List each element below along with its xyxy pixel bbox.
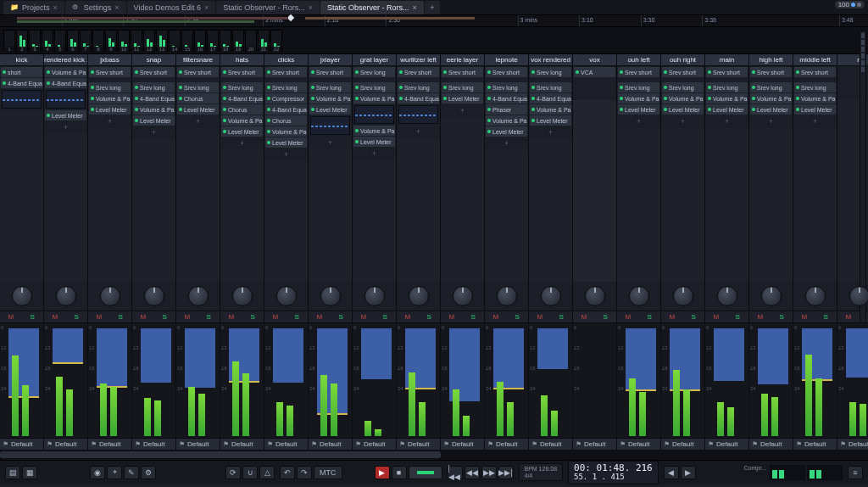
insert-slot[interactable]: 4-Band Equalise bbox=[1, 78, 42, 88]
mute-button[interactable]: M bbox=[441, 311, 463, 322]
power-icon[interactable] bbox=[443, 86, 447, 89]
power-icon[interactable] bbox=[752, 108, 755, 111]
solo-button[interactable]: S bbox=[771, 311, 793, 322]
insert-slot[interactable]: Level Meter bbox=[353, 137, 395, 147]
solo-button[interactable]: S bbox=[595, 311, 617, 322]
track-name[interactable]: ouh right bbox=[661, 54, 704, 66]
insert-slot[interactable]: Srev short bbox=[89, 67, 131, 77]
insert-slot[interactable]: Srev short bbox=[442, 67, 483, 77]
mute-button[interactable]: M bbox=[573, 311, 595, 322]
power-icon[interactable] bbox=[708, 86, 711, 89]
level-meter[interactable]: 6121824 bbox=[705, 322, 748, 438]
power-icon[interactable] bbox=[531, 119, 535, 122]
preset-selector[interactable]: ⚑Default bbox=[264, 438, 308, 450]
track-name[interactable]: wurlitzer left bbox=[397, 54, 440, 66]
add-insert-button[interactable]: + bbox=[177, 115, 219, 127]
master-meter[interactable]: 3 bbox=[29, 30, 41, 52]
power-icon[interactable] bbox=[620, 70, 623, 74]
send-slot[interactable]: Srev long bbox=[177, 82, 219, 92]
send-slot[interactable]: Srev long bbox=[794, 82, 836, 92]
insert-slot[interactable]: Level Meter bbox=[221, 126, 263, 137]
level-meter[interactable]: 6121824 bbox=[0, 322, 43, 438]
preset-selector[interactable]: ⚑Default bbox=[88, 438, 131, 450]
solo-button[interactable]: S bbox=[110, 311, 132, 322]
power-icon[interactable] bbox=[135, 86, 138, 89]
add-insert-button[interactable]: + bbox=[398, 126, 439, 137]
send-slot[interactable]: Srev long bbox=[353, 82, 395, 92]
insert-slot[interactable]: Level Meter bbox=[133, 115, 175, 126]
power-icon[interactable] bbox=[267, 130, 270, 133]
horizontal-scrollbar[interactable] bbox=[0, 450, 868, 460]
master-meter[interactable]: 7 bbox=[80, 30, 92, 52]
master-meter[interactable]: 16 bbox=[194, 30, 206, 52]
eq-curve[interactable] bbox=[354, 105, 394, 124]
master-meter[interactable]: 8 bbox=[92, 30, 104, 52]
eq-curve[interactable] bbox=[2, 90, 42, 109]
pan-knob[interactable] bbox=[309, 282, 352, 311]
solo-button[interactable]: S bbox=[198, 311, 220, 322]
power-icon[interactable] bbox=[487, 70, 491, 74]
pan-knob[interactable] bbox=[749, 282, 793, 311]
track-name[interactable]: jxbass bbox=[88, 54, 131, 66]
insert-slot[interactable]: Srev short bbox=[486, 67, 527, 77]
insert-slot[interactable]: Volume & Pan Plugin bbox=[89, 93, 131, 104]
insert-slot[interactable]: Srev short bbox=[177, 67, 219, 77]
mute-button[interactable]: M bbox=[661, 311, 683, 322]
insert-slot[interactable]: Volume & Pan Plugin bbox=[309, 93, 351, 104]
close-icon[interactable]: × bbox=[309, 3, 313, 12]
add-insert-button[interactable]: + bbox=[662, 115, 704, 127]
pan-knob[interactable] bbox=[617, 282, 660, 311]
preset-selector[interactable]: ⚑Default bbox=[749, 438, 793, 450]
send-slot[interactable]: Srev long bbox=[750, 82, 792, 92]
master-meter[interactable]: 6 bbox=[67, 30, 79, 52]
insert-slot[interactable]: Chorus bbox=[221, 104, 263, 115]
mute-button[interactable]: M bbox=[309, 311, 331, 322]
add-insert-button[interactable]: + bbox=[353, 148, 395, 160]
insert-slot[interactable]: Srev short bbox=[309, 67, 351, 77]
preset-selector[interactable]: ⚑Default bbox=[617, 438, 660, 450]
power-icon[interactable] bbox=[708, 97, 711, 100]
tab[interactable]: 📁Projects× bbox=[3, 1, 64, 14]
nudge-left-button[interactable]: ◀ bbox=[664, 466, 679, 479]
new-tab-button[interactable]: + bbox=[425, 1, 440, 14]
solo-button[interactable]: S bbox=[639, 311, 661, 322]
insert-slot[interactable]: Volume & Pan Plugin bbox=[618, 93, 659, 104]
power-icon[interactable] bbox=[47, 114, 50, 117]
tempo-display[interactable]: BPM 128.08 4/4 bbox=[519, 463, 564, 481]
solo-button[interactable]: S bbox=[242, 311, 264, 322]
power-icon[interactable] bbox=[179, 86, 182, 89]
mute-button[interactable]: M bbox=[485, 311, 507, 322]
power-icon[interactable] bbox=[355, 129, 359, 132]
solo-button[interactable]: S bbox=[727, 311, 749, 322]
pan-knob[interactable] bbox=[661, 282, 704, 311]
power-icon[interactable] bbox=[47, 81, 50, 85]
level-meter[interactable]: 6121824 bbox=[793, 322, 837, 438]
add-insert-button[interactable]: + bbox=[530, 126, 571, 138]
power-icon[interactable] bbox=[267, 108, 270, 111]
preset-selector[interactable]: ⚑Default bbox=[485, 438, 528, 450]
power-icon[interactable] bbox=[267, 141, 270, 144]
power-icon[interactable] bbox=[531, 70, 535, 74]
solo-button[interactable]: S bbox=[683, 311, 705, 322]
preset-selector[interactable]: ⚑Default bbox=[353, 438, 396, 450]
power-icon[interactable] bbox=[620, 97, 623, 100]
pan-knob[interactable] bbox=[529, 282, 572, 311]
time-display[interactable]: 00: 01:48. 216 55. 1 . 415 bbox=[568, 461, 659, 484]
solo-button[interactable]: S bbox=[551, 311, 573, 322]
power-icon[interactable] bbox=[796, 108, 799, 111]
solo-button[interactable]: S bbox=[154, 311, 176, 322]
add-insert-button[interactable]: + bbox=[442, 104, 483, 116]
power-icon[interactable] bbox=[135, 119, 138, 122]
power-icon[interactable] bbox=[223, 97, 226, 100]
mute-button[interactable]: M bbox=[44, 311, 66, 322]
add-insert-button[interactable]: + bbox=[794, 115, 836, 127]
preset-selector[interactable]: ⚑Default bbox=[220, 438, 264, 450]
insert-slot[interactable]: Volume & Pan Plugin bbox=[133, 104, 175, 115]
power-icon[interactable] bbox=[311, 97, 314, 100]
track-name[interactable]: rendered kick 2 bbox=[44, 54, 87, 66]
insert-slot[interactable]: Level Meter bbox=[618, 104, 659, 115]
mute-button[interactable]: M bbox=[837, 311, 860, 322]
solo-button[interactable]: S bbox=[287, 311, 309, 322]
insert-slot[interactable]: Compressor bbox=[265, 93, 307, 104]
preset-selector[interactable]: ⚑Default bbox=[0, 438, 43, 450]
